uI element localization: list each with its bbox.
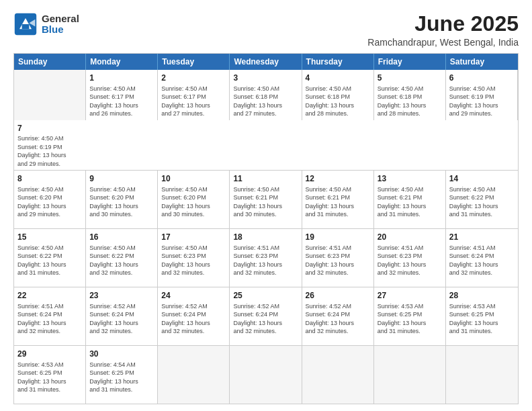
day-number: 17 [161,232,226,243]
logo-blue-label: Blue [42,24,79,36]
cell-info: Sunrise: 4:54 AM Sunset: 6:25 PM Dayligh… [89,361,154,394]
day-number: 8 [17,173,82,185]
day-number: 4 [306,73,370,84]
calendar-row-4: 29Sunrise: 4:53 AM Sunset: 6:25 PM Dayli… [14,345,518,404]
day-number: 25 [233,290,298,302]
svg-rect-2 [22,24,30,29]
cell-info: Sunrise: 4:50 AM Sunset: 6:20 PM Dayligh… [89,185,154,219]
calendar-cell: 8Sunrise: 4:50 AM Sunset: 6:20 PM Daylig… [14,171,86,228]
title-block: June 2025 Ramchandrapur, West Bengal, In… [367,12,519,48]
header-thursday: Thursday [302,54,374,70]
day-number: 23 [89,290,154,302]
calendar-cell: 3Sunrise: 4:50 AM Sunset: 6:18 PM Daylig… [230,70,302,120]
calendar-cell [302,346,374,404]
calendar-cell: 17Sunrise: 4:50 AM Sunset: 6:23 PM Dayli… [158,229,230,287]
calendar-cell [374,346,446,404]
day-number: 16 [89,232,154,243]
cell-info: Sunrise: 4:51 AM Sunset: 6:24 PM Dayligh… [17,302,82,336]
cell-info: Sunrise: 4:50 AM Sunset: 6:22 PM Dayligh… [89,244,154,277]
day-number: 3 [233,73,298,84]
header-wednesday: Wednesday [230,54,302,70]
header-friday: Friday [374,54,446,70]
cell-info: Sunrise: 4:50 AM Sunset: 6:21 PM Dayligh… [233,185,298,219]
calendar-cell [14,70,86,120]
day-number: 7 [17,123,83,134]
calendar-subtitle: Ramchandrapur, West Bengal, India [367,37,519,48]
cell-info: Sunrise: 4:50 AM Sunset: 6:18 PM Dayligh… [306,85,370,118]
calendar-cell: 29Sunrise: 4:53 AM Sunset: 6:25 PM Dayli… [14,346,86,404]
day-number: 28 [449,290,515,302]
calendar-cell: 2Sunrise: 4:50 AM Sunset: 6:17 PM Daylig… [158,70,230,120]
calendar-cell: 30Sunrise: 4:54 AM Sunset: 6:25 PM Dayli… [86,346,158,404]
cell-info: Sunrise: 4:53 AM Sunset: 6:25 PM Dayligh… [17,361,82,394]
cell-info: Sunrise: 4:50 AM Sunset: 6:23 PM Dayligh… [161,244,226,277]
logo-general-label: General [42,13,79,25]
header-sunday: Sunday [14,54,86,70]
cell-info: Sunrise: 4:50 AM Sunset: 6:17 PM Dayligh… [161,85,226,118]
cell-info: Sunrise: 4:52 AM Sunset: 6:24 PM Dayligh… [233,302,298,336]
day-number: 12 [306,173,370,185]
cell-info: Sunrise: 4:50 AM Sunset: 6:17 PM Dayligh… [89,85,154,118]
calendar-cell: 10Sunrise: 4:50 AM Sunset: 6:20 PM Dayli… [158,171,230,228]
cell-info: Sunrise: 4:52 AM Sunset: 6:24 PM Dayligh… [89,302,154,336]
calendar-cell: 24Sunrise: 4:52 AM Sunset: 6:24 PM Dayli… [158,287,230,345]
calendar-row-2: 15Sunrise: 4:50 AM Sunset: 6:22 PM Dayli… [14,228,518,287]
day-number: 11 [233,173,298,185]
cell-info: Sunrise: 4:52 AM Sunset: 6:24 PM Dayligh… [161,302,226,336]
calendar-cell: 4Sunrise: 4:50 AM Sunset: 6:18 PM Daylig… [302,70,374,120]
calendar-cell: 11Sunrise: 4:50 AM Sunset: 6:21 PM Dayli… [230,171,302,228]
calendar-title: June 2025 [367,12,519,36]
calendar-row-1: 8Sunrise: 4:50 AM Sunset: 6:20 PM Daylig… [14,170,518,228]
day-number: 1 [89,73,154,84]
cell-info: Sunrise: 4:50 AM Sunset: 6:22 PM Dayligh… [449,185,515,219]
day-number: 27 [378,290,442,302]
calendar-row-3: 22Sunrise: 4:51 AM Sunset: 6:24 PM Dayli… [14,287,518,345]
calendar: Sunday Monday Tuesday Wednesday Thursday… [13,53,519,404]
day-number: 19 [306,232,370,243]
day-number: 29 [17,349,82,360]
calendar-cell [158,346,230,404]
calendar-cell: 9Sunrise: 4:50 AM Sunset: 6:20 PM Daylig… [86,171,158,228]
day-number: 20 [378,232,442,243]
cell-info: Sunrise: 4:50 AM Sunset: 6:21 PM Dayligh… [306,185,370,219]
cell-info: Sunrise: 4:50 AM Sunset: 6:21 PM Dayligh… [378,185,442,219]
calendar-cell: 23Sunrise: 4:52 AM Sunset: 6:24 PM Dayli… [86,287,158,345]
calendar-header-row: Sunday Monday Tuesday Wednesday Thursday… [14,54,518,70]
calendar-cell: 13Sunrise: 4:50 AM Sunset: 6:21 PM Dayli… [374,171,446,228]
day-number: 30 [89,349,154,360]
calendar-cell: 1Sunrise: 4:50 AM Sunset: 6:17 PM Daylig… [86,70,158,120]
cell-info: Sunrise: 4:50 AM Sunset: 6:20 PM Dayligh… [17,185,82,219]
day-number: 21 [449,232,515,243]
calendar-cell: 7Sunrise: 4:50 AM Sunset: 6:19 PM Daylig… [14,120,86,170]
calendar-cell: 25Sunrise: 4:52 AM Sunset: 6:24 PM Dayli… [230,287,302,345]
cell-info: Sunrise: 4:52 AM Sunset: 6:24 PM Dayligh… [306,302,370,336]
header-monday: Monday [86,54,158,70]
header-tuesday: Tuesday [158,54,230,70]
calendar-body: 1Sunrise: 4:50 AM Sunset: 6:17 PM Daylig… [14,70,518,404]
calendar-cell: 6Sunrise: 4:50 AM Sunset: 6:19 PM Daylig… [446,70,518,120]
calendar-cell: 22Sunrise: 4:51 AM Sunset: 6:24 PM Dayli… [14,287,86,345]
calendar-cell: 26Sunrise: 4:52 AM Sunset: 6:24 PM Dayli… [302,287,374,345]
logo-text: General Blue [42,13,79,36]
day-number: 9 [89,173,154,185]
calendar-cell: 27Sunrise: 4:53 AM Sunset: 6:25 PM Dayli… [374,287,446,345]
calendar-cell: 28Sunrise: 4:53 AM Sunset: 6:25 PM Dayli… [446,287,518,345]
calendar-cell: 15Sunrise: 4:50 AM Sunset: 6:22 PM Dayli… [14,229,86,287]
cell-info: Sunrise: 4:50 AM Sunset: 6:19 PM Dayligh… [17,134,83,168]
cell-info: Sunrise: 4:51 AM Sunset: 6:23 PM Dayligh… [233,244,298,277]
calendar-cell: 16Sunrise: 4:50 AM Sunset: 6:22 PM Dayli… [86,229,158,287]
calendar-cell: 18Sunrise: 4:51 AM Sunset: 6:23 PM Dayli… [230,229,302,287]
day-number: 15 [17,232,82,243]
calendar-cell: 12Sunrise: 4:50 AM Sunset: 6:21 PM Dayli… [302,171,374,228]
cell-info: Sunrise: 4:51 AM Sunset: 6:23 PM Dayligh… [306,244,370,277]
calendar-cell: 5Sunrise: 4:50 AM Sunset: 6:18 PM Daylig… [374,70,446,120]
day-number: 13 [378,173,442,185]
cell-info: Sunrise: 4:50 AM Sunset: 6:18 PM Dayligh… [378,85,442,118]
day-number: 5 [378,73,442,84]
calendar-cell: 19Sunrise: 4:51 AM Sunset: 6:23 PM Dayli… [302,229,374,287]
cell-info: Sunrise: 4:50 AM Sunset: 6:22 PM Dayligh… [17,244,82,277]
cell-info: Sunrise: 4:50 AM Sunset: 6:19 PM Dayligh… [449,85,514,118]
calendar-cell: 20Sunrise: 4:51 AM Sunset: 6:23 PM Dayli… [374,229,446,287]
calendar-cell [230,346,302,404]
cell-info: Sunrise: 4:50 AM Sunset: 6:18 PM Dayligh… [233,85,298,118]
